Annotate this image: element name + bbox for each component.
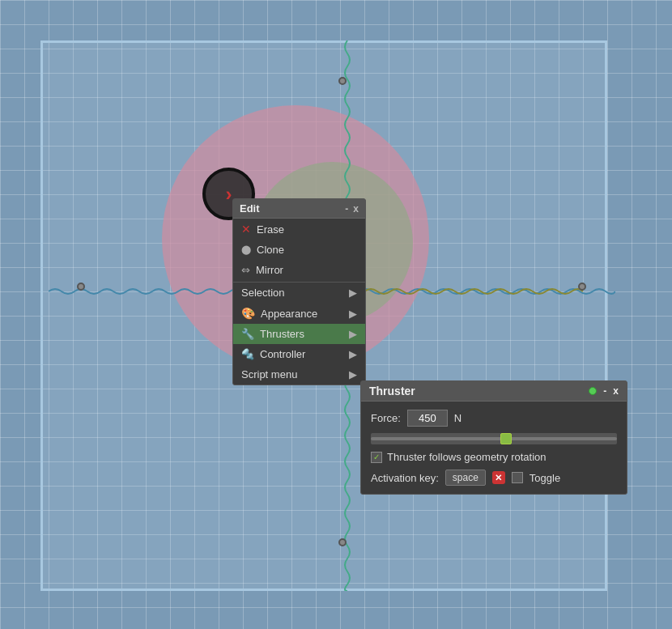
ctrl-dot-left — [77, 283, 85, 291]
selection-label: Selection — [241, 287, 284, 299]
thruster-panel-body: Force: N ✓ Thruster follows geometry rot… — [361, 402, 627, 494]
menu-item-script-menu[interactable]: Script menu ▶ — [233, 364, 365, 385]
appearance-label: Appearance — [261, 308, 317, 320]
thruster-panel: Thruster - x Force: N ✓ Thruster — [360, 380, 627, 495]
controller-label: Controller — [260, 348, 305, 360]
thrusters-arrow-icon: ▶ — [349, 328, 357, 340]
canvas-area: › Edit - x ✕ Erase ⬤ Clone ⇔ Mirror Sele… — [0, 0, 672, 629]
thrusters-label: Thrusters — [260, 328, 304, 340]
menu-item-selection[interactable]: Selection ▶ — [233, 282, 365, 303]
geometry-checkbox-row: ✓ Thruster follows geometry rotation — [371, 451, 617, 463]
thrusters-icon: 🔧 — [241, 328, 254, 340]
menu-item-appearance[interactable]: 🎨 Appearance ▶ — [233, 303, 365, 324]
menu-item-mirror[interactable]: ⇔ Mirror — [233, 260, 365, 280]
menu-item-clone[interactable]: ⬤ Clone — [233, 240, 365, 260]
ctrl-dot-top — [338, 77, 347, 85]
ctrl-dot-bottom — [338, 538, 347, 546]
force-row: Force: N — [371, 410, 617, 427]
clone-label: Clone — [257, 244, 284, 256]
clone-icon: ⬤ — [241, 244, 251, 255]
erase-label: Erase — [257, 223, 284, 236]
slider-track — [371, 437, 617, 440]
force-unit: N — [454, 412, 461, 424]
force-slider[interactable] — [371, 433, 617, 444]
script-menu-label: Script menu — [241, 368, 297, 380]
thruster-panel-controls: - x — [589, 385, 619, 397]
mirror-icon: ⇔ — [241, 264, 250, 276]
geometry-checkbox[interactable]: ✓ — [371, 452, 382, 463]
selection-arrow-icon: ▶ — [349, 287, 357, 299]
status-dot — [589, 387, 597, 395]
controller-icon: 🔩 — [241, 348, 254, 360]
thruster-minimize[interactable]: - — [603, 385, 606, 397]
controller-arrow-icon: ▶ — [349, 348, 357, 360]
thruster-panel-title: Thruster - x — [361, 381, 627, 402]
activation-key-label: space — [445, 470, 486, 486]
menu-item-erase[interactable]: ✕ Erase — [233, 219, 365, 240]
edit-menu-title-text: Edit — [240, 202, 260, 215]
activation-label: Activation key: — [371, 472, 439, 484]
slider-thumb — [500, 433, 512, 444]
edit-menu-close[interactable]: x — [353, 203, 359, 215]
toggle-label: Toggle — [530, 472, 560, 484]
thruster-title-text: Thruster — [369, 385, 415, 397]
toggle-checkbox[interactable] — [512, 472, 523, 483]
edit-menu-minimize[interactable]: - — [345, 203, 348, 215]
edit-menu: Edit - x ✕ Erase ⬤ Clone ⇔ Mirror Select… — [232, 198, 366, 385]
mirror-label: Mirror — [256, 264, 283, 276]
force-label: Force: — [371, 412, 401, 424]
appearance-icon: 🎨 — [241, 307, 255, 320]
menu-item-controller[interactable]: 🔩 Controller ▶ — [233, 344, 365, 364]
thruster-close[interactable]: x — [613, 385, 619, 397]
edit-menu-title: Edit - x — [233, 199, 365, 219]
activation-row: Activation key: space ✕ Toggle — [371, 470, 617, 486]
geometry-checkbox-label: Thruster follows geometry rotation — [387, 451, 547, 463]
edit-menu-controls: - x — [345, 203, 359, 215]
force-input[interactable] — [407, 410, 448, 427]
erase-icon: ✕ — [241, 223, 251, 236]
script-menu-arrow-icon: ▶ — [349, 368, 357, 380]
appearance-arrow-icon: ▶ — [349, 308, 357, 320]
ctrl-dot-right — [578, 283, 586, 291]
menu-item-thrusters[interactable]: 🔧 Thrusters ▶ — [233, 324, 365, 344]
clear-activation-key-button[interactable]: ✕ — [492, 471, 505, 484]
